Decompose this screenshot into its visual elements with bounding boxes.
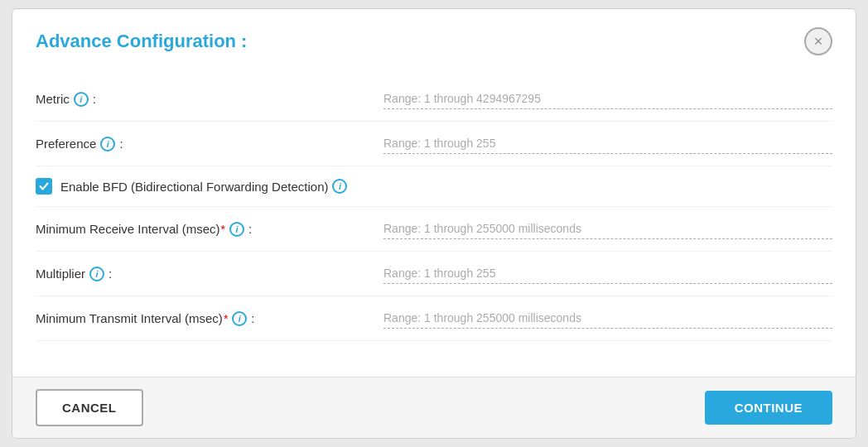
min-receive-label-text: Minimum Receive Interval (msec) (36, 222, 220, 236)
dialog-header: Advance Configuration : × (12, 9, 856, 69)
bfd-label-text: Enable BFD (Bidirectional Forwarding Det… (60, 180, 328, 194)
min-receive-info-icon[interactable]: i (229, 222, 244, 237)
min-transmit-info-icon[interactable]: i (232, 311, 247, 326)
bfd-label: Enable BFD (Bidirectional Forwarding Det… (60, 179, 351, 194)
metric-input-area (383, 89, 832, 109)
metric-label-text: Metric (36, 92, 70, 106)
bfd-checkbox-row: Enable BFD (Bidirectional Forwarding Det… (36, 166, 832, 207)
close-button[interactable]: × (804, 27, 832, 55)
min-transmit-label-text: Minimum Transmit Interval (msec) (36, 311, 223, 325)
preference-input-area (383, 133, 832, 154)
metric-info-icon[interactable]: i (74, 92, 89, 107)
dialog-body: Metric i : Preference i : (12, 69, 856, 377)
continue-button[interactable]: CONTINUE (705, 391, 832, 425)
min-transmit-input-area (383, 308, 832, 329)
checkmark-icon (39, 181, 49, 191)
min-transmit-input[interactable] (383, 308, 832, 329)
metric-row: Metric i : (36, 77, 832, 122)
multiplier-row: Multiplier i : (36, 252, 832, 296)
preference-label: Preference i : (36, 137, 383, 151)
min-receive-label: Minimum Receive Interval (msec) * i : (36, 222, 383, 237)
preference-info-icon[interactable]: i (100, 137, 115, 151)
advance-config-dialog: Advance Configuration : × Metric i : Pre… (12, 8, 856, 439)
preference-row: Preference i : (36, 122, 832, 166)
metric-label: Metric i : (36, 92, 383, 107)
min-transmit-label: Minimum Transmit Interval (msec) * i : (36, 311, 383, 326)
dialog-title: Advance Configuration : (36, 31, 247, 52)
cancel-button[interactable]: CANCEL (36, 389, 143, 426)
preference-input[interactable] (383, 133, 832, 154)
multiplier-label-text: Multiplier (36, 267, 85, 281)
metric-input[interactable] (383, 89, 832, 109)
multiplier-label: Multiplier i : (36, 267, 383, 281)
multiplier-info-icon[interactable]: i (89, 267, 104, 281)
multiplier-input-area (383, 263, 832, 284)
bfd-checkbox[interactable] (36, 178, 52, 195)
min-receive-input-area (383, 219, 832, 239)
dialog-footer: CANCEL CONTINUE (12, 377, 856, 438)
min-receive-required: * (221, 223, 225, 236)
preference-label-text: Preference (36, 137, 96, 151)
bfd-info-icon[interactable]: i (332, 179, 347, 194)
multiplier-input[interactable] (383, 263, 832, 284)
min-transmit-required: * (224, 312, 228, 325)
min-receive-row: Minimum Receive Interval (msec) * i : (36, 207, 832, 252)
min-transmit-row: Minimum Transmit Interval (msec) * i : (36, 296, 832, 341)
min-receive-input[interactable] (383, 219, 832, 239)
